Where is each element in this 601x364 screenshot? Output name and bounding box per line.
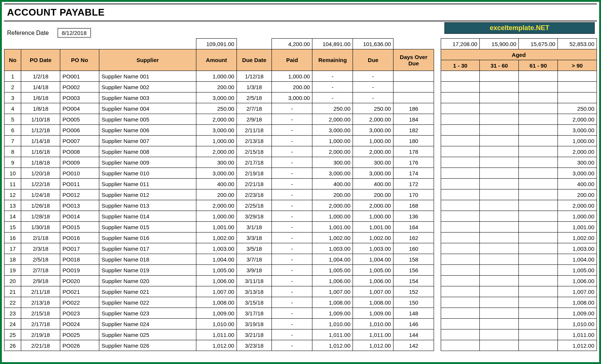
cell-a1[interactable] — [441, 297, 480, 308]
cell-due-date[interactable]: 3/15/18 — [237, 297, 272, 308]
cell-po-no[interactable]: PO020 — [60, 276, 99, 286]
cell-due[interactable]: 1,003.00 — [353, 243, 393, 254]
cell-a2[interactable] — [480, 71, 519, 82]
table-row[interactable]: 192/7/18PO019Supplier Name 0191,005.003/… — [4, 265, 597, 276]
cell-amount[interactable]: 200.00 — [196, 82, 237, 92]
cell-po-date[interactable]: 2/21/18 — [21, 340, 60, 351]
cell-amount[interactable]: 250.00 — [196, 103, 237, 114]
cell-remaining[interactable]: 1,001.00 — [312, 222, 353, 233]
cell-po-date[interactable]: 1/4/18 — [21, 82, 60, 92]
cell-due[interactable]: 300.00 — [353, 157, 393, 168]
table-row[interactable]: 21/4/18PO002Supplier Name 002200.001/3/1… — [4, 82, 597, 92]
cell-remaining[interactable]: 300.00 — [312, 157, 353, 168]
cell-due[interactable]: - — [353, 92, 393, 103]
cell-paid[interactable]: - — [272, 179, 312, 189]
cell-a2[interactable] — [480, 329, 519, 340]
cell-days[interactable] — [393, 82, 434, 92]
cell-po-no[interactable]: PO016 — [60, 233, 99, 243]
cell-due[interactable]: - — [353, 71, 393, 82]
cell-a4[interactable]: 1,008.00 — [558, 297, 597, 308]
cell-a4[interactable]: 1,012.00 — [558, 340, 597, 351]
cell-a2[interactable] — [480, 189, 519, 200]
cell-a4[interactable]: 1,000.00 — [558, 136, 597, 146]
cell-a4[interactable]: 1,004.00 — [558, 254, 597, 265]
cell-a3[interactable] — [519, 179, 558, 189]
table-row[interactable]: 41/8/18PO004Supplier Name 004250.002/7/1… — [4, 103, 597, 114]
cell-remaining[interactable]: - — [312, 92, 353, 103]
cell-a4[interactable]: 3,000.00 — [558, 125, 597, 136]
cell-po-date[interactable]: 2/3/18 — [21, 243, 60, 254]
cell-a1[interactable] — [441, 265, 480, 276]
cell-a4[interactable]: 300.00 — [558, 157, 597, 168]
cell-supplier[interactable]: Supplier Name 004 — [99, 103, 196, 114]
table-row[interactable]: 61/12/18PO006Supplier Name 0063,000.002/… — [4, 125, 597, 136]
cell-amount[interactable]: 1,000.00 — [196, 211, 237, 222]
cell-supplier[interactable]: Supplier Name 017 — [99, 243, 196, 254]
cell-supplier[interactable]: Supplier Name 022 — [99, 297, 196, 308]
cell-a1[interactable] — [441, 92, 480, 103]
cell-paid[interactable]: - — [272, 329, 312, 340]
cell-a1[interactable] — [441, 308, 480, 319]
cell-remaining[interactable]: 1,000.00 — [312, 211, 353, 222]
cell-amount[interactable]: 200.00 — [196, 189, 237, 200]
cell-due-date[interactable]: 3/23/18 — [237, 340, 272, 351]
cell-a2[interactable] — [480, 265, 519, 276]
cell-supplier[interactable]: Supplier Name 008 — [99, 146, 196, 157]
cell-days[interactable]: 178 — [393, 146, 434, 157]
cell-a1[interactable] — [441, 82, 480, 92]
cell-due-date[interactable]: 3/11/18 — [237, 276, 272, 286]
cell-days[interactable]: 158 — [393, 254, 434, 265]
cell-a1[interactable] — [441, 254, 480, 265]
cell-a3[interactable] — [519, 114, 558, 125]
cell-due[interactable]: 1,004.00 — [353, 254, 393, 265]
cell-a3[interactable] — [519, 222, 558, 233]
cell-a4[interactable]: 1,010.00 — [558, 319, 597, 329]
cell-remaining[interactable]: 1,003.00 — [312, 243, 353, 254]
cell-no[interactable]: 6 — [4, 125, 21, 136]
cell-supplier[interactable]: Supplier Name 012 — [99, 189, 196, 200]
cell-a2[interactable] — [480, 254, 519, 265]
cell-due-date[interactable]: 2/5/18 — [237, 92, 272, 103]
cell-po-no[interactable]: PO022 — [60, 297, 99, 308]
cell-no[interactable]: 8 — [4, 146, 21, 157]
cell-paid[interactable]: - — [272, 254, 312, 265]
table-row[interactable]: 151/30/18PO015Supplier Name 0151,001.003… — [4, 222, 597, 233]
cell-a3[interactable] — [519, 82, 558, 92]
cell-amount[interactable]: 2,000.00 — [196, 114, 237, 125]
cell-a3[interactable] — [519, 276, 558, 286]
cell-due[interactable]: 200.00 — [353, 189, 393, 200]
cell-a4[interactable] — [558, 82, 597, 92]
cell-a4[interactable]: 400.00 — [558, 179, 597, 189]
cell-po-date[interactable]: 2/13/18 — [21, 297, 60, 308]
cell-remaining[interactable]: 1,011.00 — [312, 329, 353, 340]
cell-a2[interactable] — [480, 308, 519, 319]
cell-no[interactable]: 18 — [4, 254, 21, 265]
cell-po-date[interactable]: 1/28/18 — [21, 211, 60, 222]
cell-paid[interactable]: 1,000.00 — [272, 71, 312, 82]
cell-a4[interactable]: 1,005.00 — [558, 265, 597, 276]
cell-no[interactable]: 5 — [4, 114, 21, 125]
cell-a4[interactable]: 1,007.00 — [558, 286, 597, 297]
cell-days[interactable]: 144 — [393, 329, 434, 340]
cell-a4[interactable]: 1,000.00 — [558, 211, 597, 222]
cell-remaining[interactable]: 1,004.00 — [312, 254, 353, 265]
cell-a3[interactable] — [519, 319, 558, 329]
cell-a4[interactable]: 200.00 — [558, 189, 597, 200]
cell-supplier[interactable]: Supplier Name 025 — [99, 329, 196, 340]
cell-po-no[interactable]: PO014 — [60, 211, 99, 222]
cell-days[interactable]: 184 — [393, 114, 434, 125]
cell-days[interactable]: 148 — [393, 308, 434, 319]
cell-no[interactable]: 23 — [4, 308, 21, 319]
cell-a3[interactable] — [519, 286, 558, 297]
cell-supplier[interactable]: Supplier Name 016 — [99, 233, 196, 243]
cell-po-date[interactable]: 1/22/18 — [21, 179, 60, 189]
cell-a3[interactable] — [519, 265, 558, 276]
cell-a1[interactable] — [441, 125, 480, 136]
cell-a2[interactable] — [480, 92, 519, 103]
cell-days[interactable]: 152 — [393, 286, 434, 297]
cell-supplier[interactable]: Supplier Name 010 — [99, 168, 196, 179]
cell-po-date[interactable]: 1/8/18 — [21, 103, 60, 114]
cell-no[interactable]: 10 — [4, 168, 21, 179]
cell-po-no[interactable]: PO013 — [60, 200, 99, 211]
table-row[interactable]: 262/21/18PO026Supplier Name 0261,012.003… — [4, 340, 597, 351]
